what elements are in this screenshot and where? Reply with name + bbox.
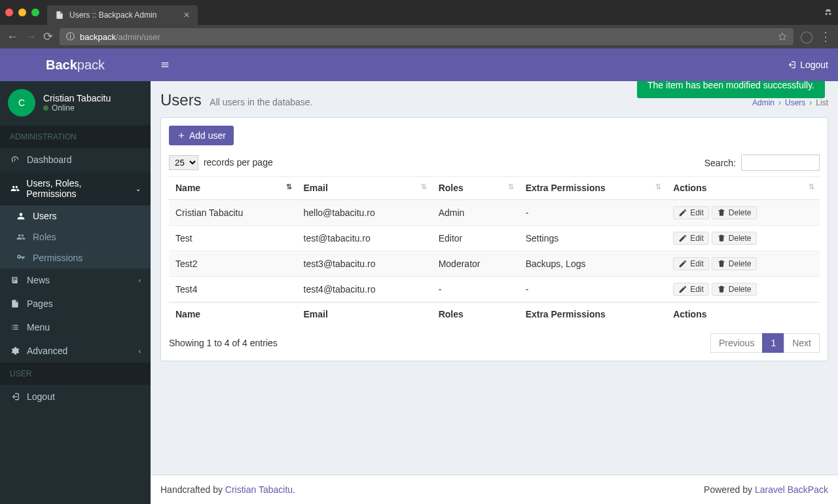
sidebar-item-menu[interactable]: Menu xyxy=(0,315,151,339)
breadcrumb-current: List xyxy=(816,98,828,107)
edit-button[interactable]: Edit xyxy=(673,257,709,270)
bookmark-icon[interactable] xyxy=(778,32,787,42)
breadcrumb-users[interactable]: Users xyxy=(785,98,805,107)
page-length-select[interactable]: 25 xyxy=(169,155,198,170)
brand-logo[interactable]: Backpack xyxy=(0,48,151,81)
cell-roles: Admin xyxy=(432,200,519,226)
add-user-button[interactable]: Add user xyxy=(169,126,234,145)
sort-icon: ⇅ xyxy=(508,183,514,191)
url-path: /admin/user xyxy=(116,32,160,42)
cell-actions: EditDelete xyxy=(666,251,820,277)
trash-icon xyxy=(717,259,726,268)
cell-extra: Backups, Logs xyxy=(519,251,667,277)
file-icon xyxy=(55,10,64,20)
close-tab-icon[interactable]: ✕ xyxy=(183,10,190,20)
trash-icon xyxy=(717,208,726,217)
forward-button[interactable]: → xyxy=(25,30,37,44)
footer: Handcrafted by Cristian Tabacitu. Powere… xyxy=(151,475,838,504)
success-notification: The item has been modified successfully. xyxy=(637,81,825,98)
sidebar-item-label: Logout xyxy=(27,391,55,402)
breadcrumb-admin[interactable]: Admin xyxy=(752,98,774,107)
list-icon xyxy=(10,323,20,332)
column-header-extra[interactable]: Extra Permissions⇅ xyxy=(519,177,667,200)
sidebar-item-label: Pages xyxy=(27,298,53,309)
browser-tab[interactable]: Users :: Backpack Admin ✕ xyxy=(47,5,198,25)
pencil-icon xyxy=(678,208,687,217)
column-header-roles[interactable]: Roles⇅ xyxy=(432,177,519,200)
sort-icon: ⇅ xyxy=(286,183,292,191)
edit-button[interactable]: Edit xyxy=(673,206,709,219)
search-label: Search: xyxy=(704,158,736,168)
back-button[interactable]: ← xyxy=(7,30,18,44)
close-window-button[interactable] xyxy=(5,9,13,16)
pagination-prev[interactable]: Previous xyxy=(710,333,763,353)
sidebar-item-advanced[interactable]: Advanced ‹ xyxy=(0,339,151,363)
cell-actions: EditDelete xyxy=(666,277,820,303)
delete-button[interactable]: Delete xyxy=(712,257,757,270)
browser-toolbar: ← → ⟳ ⓘ backpack/admin/user ◯ ⋮ xyxy=(0,25,838,48)
address-bar[interactable]: ⓘ backpack/admin/user xyxy=(60,28,793,45)
trash-icon xyxy=(717,285,726,294)
cogs-icon xyxy=(10,346,20,355)
footer-powered-link[interactable]: Laravel BackPack xyxy=(755,484,828,495)
breadcrumb: Admin › Users › List xyxy=(752,98,828,107)
sidebar-item-label: Advanced xyxy=(27,346,67,356)
nav-header-user: USER xyxy=(0,363,151,385)
footer-author-link[interactable]: Cristian Tabacitu xyxy=(225,484,293,495)
sidebar-item-dashboard[interactable]: Dashboard xyxy=(0,148,151,171)
edit-button[interactable]: Edit xyxy=(673,283,709,296)
chevron-down-icon: ⌄ xyxy=(136,185,141,192)
column-footer-roles: Roles xyxy=(432,302,519,325)
sidebar-item-label: Users, Roles, Permissions xyxy=(26,178,129,199)
cell-roles: - xyxy=(432,277,519,303)
column-footer-extra: Extra Permissions xyxy=(519,302,667,325)
sidebar-subitem-roles[interactable]: Roles xyxy=(0,226,151,247)
edit-button[interactable]: Edit xyxy=(673,232,709,245)
column-header-email[interactable]: Email⇅ xyxy=(297,177,432,200)
browser-menu-icon[interactable]: ⋮ xyxy=(820,29,831,44)
cell-email: test3@tabacitu.ro xyxy=(297,251,432,277)
sidebar-item-label: Dashboard xyxy=(27,154,72,165)
signout-icon xyxy=(787,60,796,69)
column-header-name[interactable]: Name⇅ xyxy=(169,177,297,200)
cell-email: hello@tabacitu.ro xyxy=(297,200,432,226)
sidebar-subitem-users[interactable]: Users xyxy=(0,206,151,226)
delete-button[interactable]: Delete xyxy=(712,283,757,296)
sidebar-subitem-permissions[interactable]: Permissions xyxy=(0,247,151,268)
user-panel: C Cristian Tabacitu Online xyxy=(0,81,151,126)
cell-actions: EditDelete xyxy=(666,226,820,251)
content-box: Add user 25 records per page Search: xyxy=(160,117,828,361)
sidebar-item-news[interactable]: News ‹ xyxy=(0,268,151,292)
page-subtitle: All users in the database. xyxy=(210,97,312,107)
cell-roles: Editor xyxy=(432,226,519,251)
avatar: C xyxy=(8,89,35,117)
search-input[interactable] xyxy=(741,154,820,171)
pagination-page-1[interactable]: 1 xyxy=(762,333,784,353)
page-title: Users All users in the database. xyxy=(160,91,313,109)
group-icon xyxy=(16,232,26,242)
url-domain: backpack xyxy=(80,32,116,42)
sidebar-item-label: Roles xyxy=(33,232,56,242)
minimize-window-button[interactable] xyxy=(18,9,26,16)
sidebar-item-logout[interactable]: Logout xyxy=(0,385,151,408)
cell-actions: EditDelete xyxy=(666,200,820,226)
sidebar-item-pages[interactable]: Pages xyxy=(0,292,151,315)
cell-name: Cristian Tabacitu xyxy=(169,200,297,226)
search-control: Search: xyxy=(704,154,820,171)
cell-name: Test xyxy=(169,226,297,251)
pagination-next[interactable]: Next xyxy=(784,333,820,353)
sidebar-item-users-roles-permissions[interactable]: Users, Roles, Permissions ⌄ xyxy=(0,171,151,206)
maximize-window-button[interactable] xyxy=(31,9,39,16)
top-navbar: Logout xyxy=(151,48,838,81)
sidebar-toggle-button[interactable] xyxy=(160,59,170,71)
site-info-icon[interactable]: ⓘ xyxy=(66,31,75,43)
profile-icon[interactable]: ◯ xyxy=(800,29,813,44)
reload-button[interactable]: ⟳ xyxy=(43,29,53,44)
signout-icon xyxy=(10,392,20,401)
delete-button[interactable]: Delete xyxy=(712,232,757,245)
sidebar-item-label: Users xyxy=(33,211,57,221)
delete-button[interactable]: Delete xyxy=(712,206,757,219)
user-name: Cristian Tabacitu xyxy=(43,93,111,103)
topnav-logout-link[interactable]: Logout xyxy=(787,60,828,70)
users-table: Name⇅ Email⇅ Roles⇅ Extra Permissions⇅ A… xyxy=(169,176,820,325)
